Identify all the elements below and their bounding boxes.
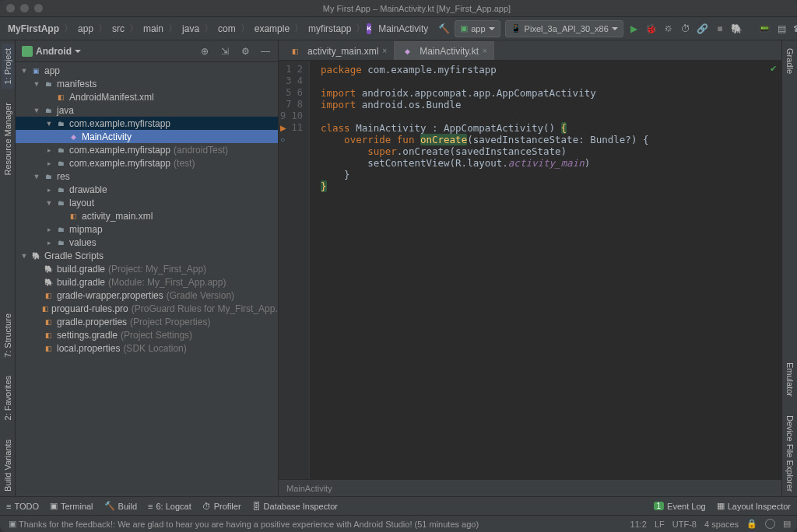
tree-pkg-test[interactable]: ▸🖿com.example.myfirstapp(test) <box>16 156 278 170</box>
avd-icon[interactable]: 📟 <box>759 23 771 35</box>
project-view-selector[interactable]: Android <box>22 46 81 57</box>
locate-icon[interactable]: ⊕ <box>198 45 211 58</box>
left-tab-favorites[interactable]: 2: Favorites <box>2 371 14 425</box>
android-icon <box>22 46 33 57</box>
tab-mainactivity-kt[interactable]: ◆MainActivity.kt× <box>394 41 494 60</box>
tree-gradle-wrapper[interactable]: ◧gradle-wrapper.properties(Gradle Versio… <box>16 289 278 302</box>
bottom-toolbar: ≡ TODO ▣ Terminal 🔨 Build ≡ 6: Logcat ⏱ … <box>0 496 797 515</box>
gear-icon[interactable]: ⚙ <box>239 45 251 58</box>
crumb-example[interactable]: example <box>251 23 293 34</box>
tree-values[interactable]: ▸🖿values <box>16 236 278 249</box>
run-icon[interactable]: ▶ <box>628 23 641 35</box>
tree-mainactivity[interactable]: ◆MainActivity <box>16 130 278 143</box>
code-editor[interactable]: ▶ ○ 1 2 3 4 5 6 7 8 9 10 11 package com.… <box>279 61 781 479</box>
tool-layout-inspector[interactable]: ▦ Layout Inspector <box>717 501 791 511</box>
nav-toolbar: MyFirstApp〉 app〉 src〉 main〉 java〉 com〉 e… <box>0 17 797 40</box>
device-combo[interactable]: 📱Pixel_3a_API_30_x86 <box>505 20 623 37</box>
tab-activity-main-xml[interactable]: ◧activity_main.xml× <box>282 41 394 60</box>
debug-icon[interactable]: 🐞 <box>645 23 658 35</box>
tree-layout[interactable]: ▼🖿layout <box>16 196 278 209</box>
editor-tabs: ◧activity_main.xml× ◆MainActivity.kt× <box>279 40 781 61</box>
crumb-class[interactable]: MainActivity <box>375 23 431 34</box>
hammer-icon[interactable]: 🔨 <box>437 23 450 35</box>
left-tab-resmgr[interactable]: Resource Manager <box>2 98 14 180</box>
gutter-run-icons[interactable]: ▶ ○ <box>280 64 286 145</box>
crumb-main[interactable]: main <box>140 23 167 34</box>
indent[interactable]: 4 spaces <box>704 520 739 529</box>
tool-build[interactable]: 🔨 Build <box>104 501 137 511</box>
left-tab-buildvar[interactable]: Build Variants <box>2 435 14 496</box>
code-content[interactable]: package com.example.myfirstapp import an… <box>310 61 781 479</box>
tree-app[interactable]: ▼▣app <box>16 64 278 77</box>
tree-proguard[interactable]: ◧proguard-rules.pro(ProGuard Rules for M… <box>16 302 278 315</box>
close-icon[interactable]: × <box>483 47 487 55</box>
crumb-project[interactable]: MyFirstApp <box>5 23 62 34</box>
tree-local-properties[interactable]: ◧local.properties(SDK Location) <box>16 341 278 355</box>
titlebar: My First App – MainActivity.kt [My_First… <box>0 0 797 17</box>
window-title: My First App – MainActivity.kt [My_First… <box>43 4 791 13</box>
close-dot[interactable] <box>6 4 15 12</box>
readonly-icon[interactable]: 🔒 <box>746 519 757 529</box>
tree-pkg-main[interactable]: ▼🖿com.example.myfirstapp <box>16 117 278 130</box>
tree-build-gradle-project[interactable]: 🐘build.gradle(Project: My_First_App) <box>16 262 278 275</box>
tree-gradle-scripts[interactable]: ▼🐘Gradle Scripts <box>16 249 278 262</box>
run-config-label: app <box>471 24 485 33</box>
tool-eventlog[interactable]: 1 Event Log <box>654 502 706 511</box>
run-config-combo[interactable]: ▣app <box>455 20 500 37</box>
status-message: Thanks for the feedback!: We are glad to… <box>19 520 623 529</box>
kotlin-file-icon: K <box>367 23 371 34</box>
crumb-java[interactable]: java <box>179 23 202 34</box>
tree-activity-main-xml[interactable]: ◧activity_main.xml <box>16 209 278 222</box>
crumb-com[interactable]: com <box>215 23 239 34</box>
tree-mipmap[interactable]: ▸🖿mipmap <box>16 222 278 236</box>
tree-java[interactable]: ▼🖿java <box>16 103 278 117</box>
tool-profiler[interactable]: ⏱ Profiler <box>202 502 241 511</box>
tree-build-gradle-module[interactable]: 🐘build.gradle(Module: My_First_App.app) <box>16 275 278 289</box>
status-bar: ▣ Thanks for the feedback!: We are glad … <box>0 515 797 532</box>
device-icon[interactable]: ☎ <box>793 23 797 35</box>
close-icon[interactable]: × <box>382 47 387 55</box>
tree-settings-gradle[interactable]: ◧settings.gradle(Project Settings) <box>16 328 278 341</box>
stop-icon[interactable]: ■ <box>714 23 726 35</box>
memory-icon[interactable] <box>765 519 775 529</box>
line-sep[interactable]: LF <box>655 520 665 529</box>
project-panel: Android ⊕ ⇲ ⚙ — ▼▣app ▼🖿manifests ◧Andro… <box>16 40 279 496</box>
tree-pkg-androidtest[interactable]: ▸🖿com.example.myfirstapp(androidTest) <box>16 143 278 156</box>
caret-position[interactable]: 11:2 <box>630 520 647 529</box>
tree-androidmanifest[interactable]: ◧AndroidManifest.xml <box>16 90 278 103</box>
tool-logcat[interactable]: ≡ 6: Logcat <box>148 502 191 511</box>
status-tool-icon[interactable]: ▣ <box>6 518 19 530</box>
tree-manifests[interactable]: ▼🖿manifests <box>16 77 278 90</box>
tool-todo[interactable]: ≡ TODO <box>6 502 39 511</box>
crumb-pkg[interactable]: myfirstapp <box>305 23 354 34</box>
sdk-icon[interactable]: ▤ <box>776 23 788 35</box>
collapse-icon[interactable]: ⇲ <box>219 45 231 58</box>
project-tree[interactable]: ▼▣app ▼🖿manifests ◧AndroidManifest.xml ▼… <box>16 62 278 496</box>
sync-icon[interactable]: 🐘 <box>731 23 743 35</box>
tool-database[interactable]: 🗄 Database Inspector <box>252 502 338 511</box>
encoding[interactable]: UTF-8 <box>672 520 697 529</box>
right-tab-gradle[interactable]: Gradle <box>784 44 796 79</box>
max-dot[interactable] <box>34 4 43 12</box>
inspection-ok-icon[interactable]: ✔ <box>770 64 777 74</box>
coverage-icon[interactable]: ⛭ <box>662 23 675 35</box>
editor-breadcrumb[interactable]: MainActivity <box>279 479 781 496</box>
window-controls[interactable] <box>6 4 43 12</box>
right-tab-device-explorer[interactable]: Device File Explorer <box>784 411 796 496</box>
tree-res[interactable]: ▼🖿res <box>16 170 278 183</box>
tool-terminal[interactable]: ▣ Terminal <box>50 501 93 511</box>
tasks-icon[interactable]: ▤ <box>783 519 791 529</box>
tree-gradle-properties[interactable]: ◧gradle.properties(Project Properties) <box>16 315 278 328</box>
crumb-app[interactable]: app <box>75 23 97 34</box>
right-tab-emulator[interactable]: Emulator <box>784 358 796 401</box>
right-tool-strip: Gradle Emulator Device File Explorer <box>781 40 797 496</box>
hide-icon[interactable]: — <box>259 45 272 58</box>
left-tab-project[interactable]: 1: Project <box>2 44 14 89</box>
tree-drawable[interactable]: ▸🖿drawable <box>16 183 278 196</box>
left-tab-structure[interactable]: 7: Structure <box>2 309 14 362</box>
attach-icon[interactable]: 🔗 <box>697 23 709 35</box>
device-combo-label: Pixel_3a_API_30_x86 <box>525 24 609 33</box>
crumb-src[interactable]: src <box>109 23 128 34</box>
min-dot[interactable] <box>20 4 29 12</box>
profile-icon[interactable]: ⏱ <box>679 23 692 35</box>
